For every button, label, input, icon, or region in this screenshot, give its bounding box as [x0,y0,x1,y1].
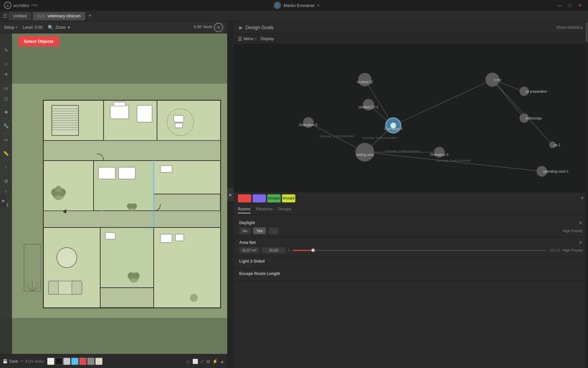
chevron-up-icon[interactable]: ▲ [220,359,225,364]
area-net-input[interactable]: 20.00 [262,247,285,253]
daylight-yes-option[interactable]: Yes [253,227,266,234]
circle-tool-icon[interactable]: ◎ [1,176,11,185]
setup-button[interactable]: Setup ▾ [4,25,17,30]
show-statistics-button[interactable]: Show statistics [556,25,583,30]
area-net-slider[interactable] [293,250,547,251]
slider-min: 0 [288,249,290,252]
graph-node-n6[interactable]: Ordination 3 [434,147,445,158]
color-swatch-cream[interactable] [95,358,103,365]
compass: N [214,23,223,32]
node-label-n3: Ordination 5 [299,123,317,127]
legend-swatch-purple[interactable] [253,194,266,202]
graph-canvas[interactable]: Doorway. GoalConnectedDoorway. GoalConne… [234,44,588,192]
svg-rect-40 [72,281,82,294]
grid-icon[interactable]: ⊞ [206,359,210,364]
color-swatch-dark[interactable] [55,358,62,365]
dot-tool-icon[interactable]: ● [1,162,11,172]
color-swatch-bar [47,358,103,365]
crosshair-tool-icon[interactable]: ⊹ [1,59,11,69]
legend-add-button[interactable]: + [580,195,584,202]
svg-rect-21 [175,123,182,128]
right-scroll-bar[interactable] [585,21,588,368]
arrow-icon[interactable]: ▷ [187,359,190,364]
tab-veterinary[interactable]: 4129 veterinary clinicum [32,12,86,20]
svg-rect-17 [137,105,152,122]
floor-plan-svg [0,33,227,368]
maximize-button[interactable]: □ [567,2,573,9]
color-swatch-red[interactable] [79,358,87,365]
legend-swatch-yellow[interactable]: Group3 [282,194,295,202]
color-swatch-mid[interactable] [87,358,95,365]
lightning-icon[interactable]: ⚡ [212,359,218,364]
graph-node-n9[interactable]: endoscopy [520,113,529,123]
graph-node-n1[interactable]: Untitled.22 [358,73,372,86]
color-swatch-light[interactable] [47,358,54,365]
node-tool-icon[interactable]: ◻ [1,94,11,103]
graph-node-n5[interactable]: waiting area [355,143,374,162]
daylight-no-option[interactable]: No [239,227,251,234]
canvas-toolbar: Setup ▾ Level: 0.00 🔍 Zoom ▾ 0.00° North… [0,21,227,33]
tab-add-button[interactable]: + [86,12,94,20]
close-button[interactable]: ✕ [576,2,584,9]
floor-icon[interactable]: ⬜ [192,359,198,364]
title-bar-center: 👤 Martin Emmerer ▾ [274,2,319,9]
daylight-dots-option[interactable]: ... [269,227,278,234]
tab-rooms[interactable]: Rooms [238,205,251,213]
escape-route-header: Escape Route Length [239,271,583,276]
graph-node-n2[interactable]: Untitled.23~1 [363,99,374,110]
graph-node-n8[interactable]: cp preparation [520,87,529,96]
area-net-current: 16.07 m² [239,247,259,253]
graph-display-button[interactable]: Display [261,36,274,41]
right-panel-toggle[interactable]: ▶ [227,188,234,201]
history-button[interactable]: ↩ 4129 Histor [21,359,44,363]
tab-veterinary-label: veterinary clinicum [47,14,81,18]
user-chevron[interactable]: ▾ [317,3,319,8]
graph-node-n7[interactable]: x-ray [485,73,499,87]
expand-icon[interactable]: ⤢ [200,359,204,364]
user-avatar: 👤 [274,2,281,9]
square-tool-icon[interactable]: ▭ [1,135,11,144]
light-2sided-header: Light 2-Sided [239,259,583,264]
title-bar: a archilles PRO 👤 Martin Emmerer ▾ — □ ✕ [0,0,588,11]
pencil-tool-icon[interactable]: ✎ [1,45,11,55]
tool-separator-4 [3,119,9,119]
svg-rect-24 [43,141,220,161]
measure-tool-icon[interactable]: 📏 [1,149,11,158]
area-net-section: Area Net ✕ 16.07 m² 20.00 0 250.00 High … [234,237,588,256]
rect-tool-icon[interactable]: ▭ [1,83,11,93]
color-swatch-blue[interactable] [71,358,79,365]
panel-toggle-button[interactable]: ▶ [0,194,7,207]
save-button[interactable]: 💾 Save [3,359,18,364]
zoom-info: 🔍 Zoom ▾ [48,25,70,30]
select-objects-button[interactable]: Select Objects [18,36,59,47]
svg-rect-32 [119,167,135,179]
legend-swatch-red[interactable] [238,194,251,202]
svg-point-37 [57,248,77,268]
move-tool-icon[interactable]: ✥ [1,107,11,117]
svg-text:Doorway. GoalConnected: Doorway. GoalConnected [436,159,470,162]
legend-swatch-green[interactable]: Group1 [267,194,281,202]
cursor-tool-icon[interactable]: ✛ [1,70,11,79]
graph-menu-button[interactable]: ☰ Menu ▾ [238,36,257,41]
svg-rect-45 [175,234,184,241]
graph-node-n10[interactable]: op 1 [549,142,556,148]
graph-node-n3[interactable]: Ordination 5 [303,117,314,128]
app-name: archilles [13,3,29,8]
user-name: Martin Emmerer [284,3,315,8]
node-label-n9: endoscopy [526,116,542,120]
color-swatch-gray[interactable] [63,358,70,365]
tab-untitled[interactable]: Untitled [8,12,32,20]
daylight-close-button[interactable]: ✕ [579,220,583,225]
right-panel-toggle-arrow[interactable]: ▶ [239,25,243,30]
minimize-button[interactable]: — [555,2,564,9]
wrench-tool-icon[interactable]: 🔧 [1,121,11,130]
tool-separator-5 [3,132,9,133]
area-net-priority: High Priority [563,248,583,252]
graph-node-n11[interactable]: operating room 1 [537,166,547,177]
hamburger-menu-icon[interactable]: ☰ [3,13,7,19]
area-net-close-button[interactable]: ✕ [579,240,583,245]
scroll-thumb[interactable] [586,22,588,42]
graph-node-n4[interactable]: Ordination 4 [385,117,401,133]
tab-relations[interactable]: Relations [256,205,273,213]
tab-groups[interactable]: Groups [278,205,291,213]
